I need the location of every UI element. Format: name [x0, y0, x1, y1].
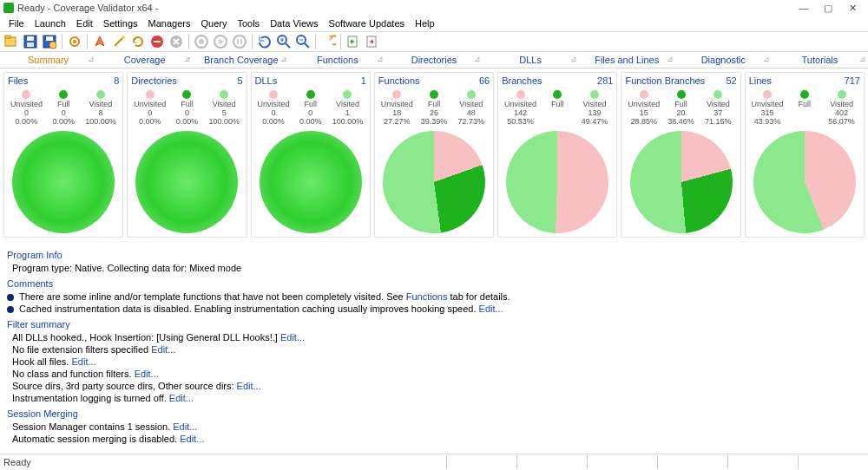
gear-icon[interactable]	[66, 33, 83, 50]
legend-col: Unvisited14250.53%	[502, 90, 539, 126]
legend-dot-icon	[677, 90, 686, 99]
doc-left-icon[interactable]	[345, 33, 362, 50]
legend-dot-icon	[96, 90, 105, 99]
status-bar: Ready	[0, 454, 868, 470]
menu-edit[interactable]: Edit	[71, 17, 98, 29]
status-box	[516, 455, 587, 469]
legend-dot-icon	[343, 90, 352, 99]
legend-dot-icon	[146, 90, 155, 99]
edit-link[interactable]: Edit...	[169, 393, 194, 403]
tab-summary[interactable]: Summary⊿	[0, 52, 96, 68]
session-merging-heading: Session Merging	[7, 408, 861, 419]
card-total: 717	[845, 75, 860, 86]
legend-dot-icon	[763, 90, 772, 99]
filter-summary-heading: Filter summary	[7, 319, 861, 330]
legend-dot-icon	[467, 90, 476, 99]
card-dlls: DLLs1Unvisited00.00%Full00.00%Visited110…	[251, 72, 371, 238]
card-title: Functions	[378, 75, 420, 86]
legend-dot-icon	[640, 90, 648, 99]
legend-col: Full00.00%	[168, 90, 206, 126]
pin-icon[interactable]: ⊿	[859, 56, 865, 62]
save-icon[interactable]	[22, 33, 39, 50]
window-title: Ready - Coverage Validator x64 -	[17, 3, 158, 13]
legend-dot-icon	[800, 90, 809, 99]
filter-line: Source dirs, 3rd party source dirs, Othe…	[12, 381, 861, 391]
tab-functions[interactable]: Functions⊿	[289, 52, 385, 68]
status-box	[798, 455, 868, 469]
undo-icon[interactable]	[319, 33, 337, 50]
functions-link[interactable]: Functions	[406, 291, 448, 302]
pin-icon[interactable]: ⊿	[570, 56, 575, 62]
menu-file[interactable]: File	[3, 17, 30, 29]
pin-icon[interactable]: ⊿	[184, 56, 189, 62]
pin-icon[interactable]: ⊿	[280, 56, 286, 62]
zoom-out-icon[interactable]	[294, 33, 312, 50]
wand-icon[interactable]	[110, 33, 128, 50]
menu-help[interactable]: Help	[410, 17, 440, 29]
save-as-icon[interactable]	[41, 33, 58, 50]
edit-link[interactable]: Edit...	[237, 381, 261, 391]
tab-dlls[interactable]: DLLs⊿	[483, 52, 579, 68]
pin-icon[interactable]: ⊿	[763, 56, 768, 62]
refresh-icon[interactable]	[256, 33, 273, 50]
edit-link[interactable]: Edit...	[173, 421, 197, 432]
legend-dot-icon	[306, 90, 315, 99]
status-box	[727, 455, 798, 469]
edit-link[interactable]: Edit...	[151, 344, 175, 355]
rocket-icon[interactable]	[91, 33, 108, 50]
pause-icon[interactable]	[231, 33, 248, 50]
tab-diagnostic[interactable]: Diagnostic⊿	[675, 52, 772, 68]
pie-chart	[135, 131, 238, 233]
legend-col: Unvisited00.00%	[255, 90, 293, 126]
pin-icon[interactable]: ⊿	[377, 56, 382, 62]
legend-col: Full2639.39%	[416, 90, 453, 126]
tab-directories[interactable]: Directories⊿	[385, 52, 482, 68]
legend-col: Full	[786, 90, 823, 126]
pie-chart	[383, 131, 485, 233]
menu-settings[interactable]: Settings	[98, 17, 143, 29]
record-icon[interactable]	[193, 33, 210, 50]
card-files: Files8Unvisited00.00%Full00.00%Visited81…	[3, 72, 123, 238]
close-button[interactable]: ✕	[840, 0, 865, 16]
menu-managers[interactable]: Managers	[143, 17, 196, 29]
menu-software-updates[interactable]: Software Updates	[324, 17, 410, 29]
reset-icon[interactable]	[129, 33, 147, 50]
doc-right-icon[interactable]	[364, 33, 381, 50]
tab-files-and-lines[interactable]: Files and Lines⊿	[579, 52, 675, 68]
card-directories: Directories5Unvisited00.00%Full00.00%Vis…	[127, 72, 247, 238]
tab-tutorials[interactable]: Tutorials⊿	[772, 52, 868, 68]
pin-icon[interactable]: ⊿	[88, 56, 93, 62]
legend-dot-icon	[22, 90, 30, 99]
edit-link[interactable]: Edit...	[479, 304, 503, 314]
minimize-button[interactable]: —	[792, 0, 816, 16]
filter-line: Hook all files. Edit...	[12, 356, 861, 367]
menu-launch[interactable]: Launch	[30, 17, 71, 29]
menu-query[interactable]: Query	[195, 17, 232, 29]
legend-dot-icon	[269, 90, 278, 99]
play-icon[interactable]	[212, 33, 229, 50]
card-lines: Lines717Unvisited31543.93%FullVisited402…	[745, 72, 865, 238]
open-icon[interactable]	[3, 33, 20, 50]
pin-icon[interactable]: ⊿	[474, 56, 479, 62]
edit-link[interactable]: Edit...	[135, 369, 159, 379]
menu-tools[interactable]: Tools	[232, 17, 265, 29]
filter-line: No file extension filters specified Edit…	[12, 344, 861, 355]
edit-link[interactable]: Edit...	[280, 332, 305, 343]
edit-link[interactable]: Edit...	[71, 356, 95, 367]
menu-data-views[interactable]: Data Views	[265, 17, 323, 29]
legend-dot-icon	[516, 90, 525, 99]
card-total: 1	[361, 75, 366, 86]
edit-link[interactable]: Edit...	[180, 434, 204, 444]
pie-chart	[630, 131, 733, 233]
legend-col: Visited1100.00%	[329, 90, 366, 126]
card-branches: Branches281Unvisited14250.53%FullVisited…	[497, 72, 617, 238]
comment-item: Cached instrumentation data is disabled.…	[7, 304, 861, 314]
tab-coverage[interactable]: Coverage⊿	[96, 52, 193, 68]
cancel-icon[interactable]	[168, 33, 185, 50]
zoom-in-icon[interactable]	[275, 33, 293, 50]
card-title: Branches	[502, 75, 542, 86]
tab-branch-coverage[interactable]: Branch Coverage⊿	[193, 52, 289, 68]
pin-icon[interactable]: ⊿	[667, 56, 672, 62]
stop-icon[interactable]	[148, 33, 166, 50]
maximize-button[interactable]: ▢	[816, 0, 840, 16]
